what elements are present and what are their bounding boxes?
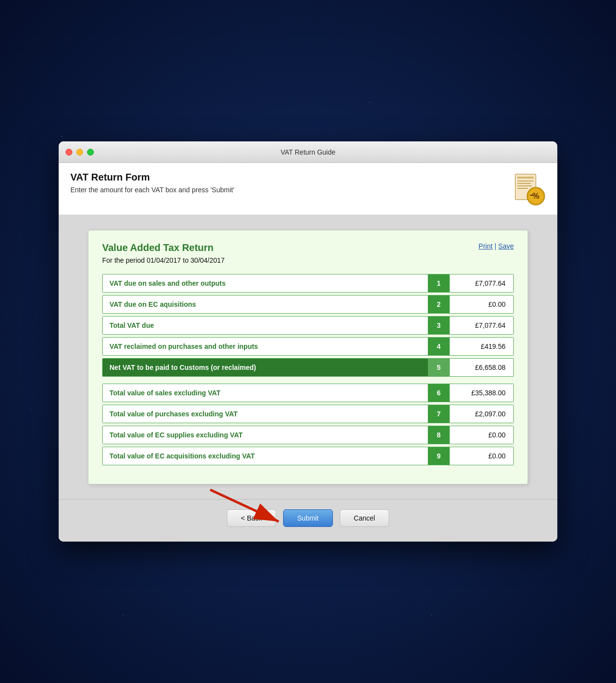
minimize-button[interactable]	[76, 149, 83, 156]
vat-row-6: Total value of sales excluding VAT 6 £35…	[102, 384, 514, 402]
vat-box-2: 2	[428, 296, 450, 313]
vat-label-8: Total value of EC supplies excluding VAT	[103, 426, 428, 444]
vat-section-2: Total value of sales excluding VAT 6 £35…	[102, 384, 514, 465]
svg-rect-5	[517, 188, 528, 189]
footer-area: < Back Submit Cancel	[59, 499, 557, 542]
vat-row-5: Net VAT to be paid to Customs (or reclai…	[102, 358, 514, 377]
print-link[interactable]: Print	[479, 242, 493, 250]
vat-label-4: VAT reclaimed on purchases and other inp…	[103, 338, 428, 355]
window-title: VAT Return Guide	[281, 148, 335, 156]
vat-label-3: Total VAT due	[103, 317, 428, 334]
app-window: VAT Return Guide VAT Return Form Enter t…	[59, 141, 557, 542]
vat-label-9: Total value of EC acquisitions excluding…	[103, 447, 428, 465]
submit-button[interactable]: Submit	[283, 509, 333, 527]
back-button[interactable]: < Back	[227, 509, 276, 527]
cancel-button[interactable]: Cancel	[340, 509, 390, 527]
header-area: VAT Return Form Enter the amount for eac…	[59, 163, 557, 215]
vat-row-3: Total VAT due 3 £7,077.64	[102, 316, 514, 335]
vat-row-7: Total value of purchases excluding VAT 7…	[102, 405, 514, 423]
page-subtitle: Enter the amount for each VAT box and pr…	[70, 186, 234, 194]
svg-text:%: %	[532, 192, 539, 200]
vat-label-2: VAT due on EC aquisitions	[103, 296, 428, 313]
vat-card-header: Value Added Tax Return Print | Save	[102, 242, 514, 253]
vat-value-5: £6,658.08	[450, 359, 513, 376]
header-text: VAT Return Form Enter the amount for eac…	[70, 172, 234, 194]
vat-label-7: Total value of purchases excluding VAT	[103, 405, 428, 423]
svg-rect-3	[517, 183, 531, 184]
maximize-button[interactable]	[87, 149, 94, 156]
vat-box-5: 5	[428, 359, 450, 376]
vat-value-2: £0.00	[450, 296, 513, 313]
svg-rect-4	[517, 185, 532, 186]
vat-box-8: 8	[428, 426, 450, 444]
svg-rect-1	[517, 177, 534, 179]
vat-section-1: VAT due on sales and other outputs 1 £7,…	[102, 274, 514, 377]
vat-value-6: £35,388.00	[450, 384, 513, 402]
title-bar: VAT Return Guide	[59, 141, 557, 163]
vat-row-9: Total value of EC acquisitions excluding…	[102, 447, 514, 465]
vat-box-1: 1	[428, 274, 450, 292]
svg-rect-9	[530, 195, 533, 196]
vat-value-4: £419.56	[450, 338, 513, 355]
vat-card-links: Print | Save	[479, 242, 514, 250]
vat-value-7: £2,097.00	[450, 405, 513, 423]
vat-period: For the period 01/04/2017 to 30/04/2017	[102, 256, 514, 264]
vat-value-9: £0.00	[450, 447, 513, 465]
tax-icon: %	[511, 172, 546, 206]
vat-box-4: 4	[428, 338, 450, 355]
vat-box-6: 6	[428, 384, 450, 402]
close-button[interactable]	[66, 149, 72, 156]
vat-card-title: Value Added Tax Return	[102, 242, 214, 253]
vat-label-1: VAT due on sales and other outputs	[103, 274, 428, 292]
traffic-lights	[66, 149, 94, 156]
vat-row-1: VAT due on sales and other outputs 1 £7,…	[102, 274, 514, 293]
vat-value-1: £7,077.64	[450, 274, 513, 292]
vat-box-9: 9	[428, 447, 450, 465]
vat-label-5: Net VAT to be paid to Customs (or reclai…	[103, 359, 428, 376]
vat-label-6: Total value of sales excluding VAT	[103, 384, 428, 402]
link-separator: |	[495, 242, 499, 250]
save-link[interactable]: Save	[498, 242, 514, 250]
vat-form-card: Value Added Tax Return Print | Save For …	[88, 230, 528, 484]
vat-value-3: £7,077.64	[450, 317, 513, 334]
vat-box-3: 3	[428, 317, 450, 334]
main-content: Value Added Tax Return Print | Save For …	[59, 215, 557, 499]
svg-rect-2	[517, 181, 534, 182]
vat-row-2: VAT due on EC aquisitions 2 £0.00	[102, 295, 514, 314]
vat-box-7: 7	[428, 405, 450, 423]
vat-row-4: VAT reclaimed on purchases and other inp…	[102, 337, 514, 356]
vat-row-8: Total value of EC supplies excluding VAT…	[102, 426, 514, 444]
page-title: VAT Return Form	[70, 172, 234, 183]
vat-value-8: £0.00	[450, 426, 513, 444]
